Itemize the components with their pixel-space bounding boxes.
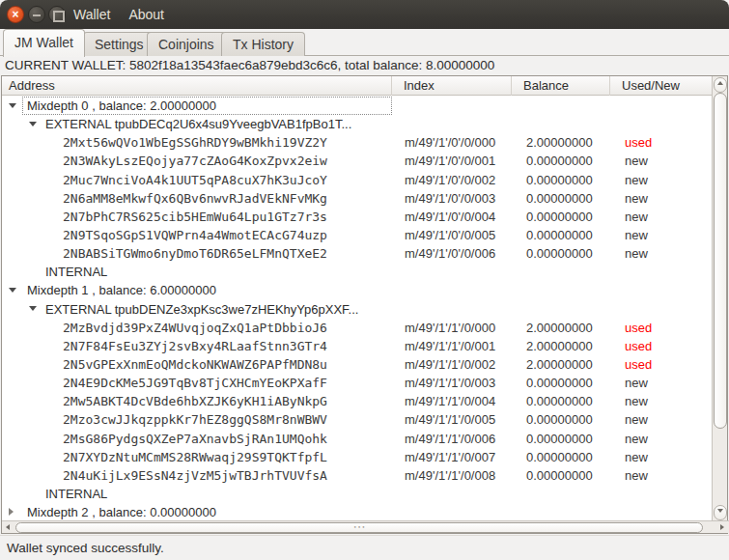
menu-wallet[interactable]: Wallet (73, 7, 110, 22)
balance-cell: 0.00000000 (513, 244, 611, 263)
address-cell: 2Mw5ABKT4DcVBde6hbXZJK6yKH1iAByNkpG (2, 392, 393, 410)
collapse-arrow-icon[interactable] (9, 103, 16, 108)
address-cell: EXTERNAL tpubDECq2U6x4su9YveegbVAB1fpBo1… (2, 115, 393, 133)
row-label: 2N5vGPExXnmEoQMdckoNKWAWZ6PAPfMDN8u (2, 357, 327, 372)
status-cell: used (611, 133, 713, 152)
column-header-balance[interactable]: Balance (512, 76, 610, 96)
balance-cell: 0.00000000 (513, 466, 611, 485)
row-label: 2N9TSqoSGpS1VQWPrn4a4WmotECAcG74uzp (2, 228, 327, 242)
tree-row-branch[interactable]: INTERNAL (2, 485, 713, 503)
scroll-down-icon[interactable] (714, 505, 727, 520)
status-cell: new (611, 430, 713, 448)
titlebar: × Wallet About (0, 0, 729, 29)
scroll-right-icon[interactable] (716, 522, 728, 533)
balance-cell (513, 115, 611, 133)
tree-row-mixdepth[interactable]: Mixdepth 0 , balance: 2.00000000 (2, 97, 713, 115)
address-cell: 2Muc7WnciVoA4k1UUT5qPA8cuX7hK3uJcoY (2, 171, 393, 189)
index-cell: m/49'/1'/0'/0/003 (393, 189, 513, 208)
collapse-arrow-icon[interactable] (9, 288, 16, 293)
status-cell: new (611, 208, 713, 226)
index-cell: m/49'/1'/1'/0/003 (393, 374, 513, 392)
row-label: Mixdepth 2 , balance: 0.00000000 (2, 505, 216, 519)
status-cell: used (611, 355, 713, 374)
balance-cell: 2.00000000 (513, 133, 611, 152)
tab-tx-history[interactable]: Tx History (221, 32, 305, 56)
tree-row-address[interactable]: 2Mxt56wQVo1WbEgSSGhRDY9wBMkhi19VZ2Ym/49'… (2, 133, 713, 152)
balance-cell: 0.00000000 (513, 430, 611, 448)
menubar: Wallet About (73, 0, 164, 29)
tree-row-address[interactable]: 2N7F84FsEu3ZYj2svBxy4RLaafStnn3GTr4m/49'… (2, 337, 713, 355)
row-label: 2N3WAkyLszEQojya77cZAoG4KoxZpvx2eiw (2, 154, 327, 168)
address-cell: 2MsG86PydgsQXZeP7aXnavbSjRAn1UMQohk (2, 430, 393, 448)
tree-row-address[interactable]: 2N5vGPExXnmEoQMdckoNKWAWZ6PAPfMDN8um/49'… (2, 355, 713, 374)
index-cell: m/49'/1'/1'/0/000 (393, 319, 513, 337)
vertical-scrollbar-thumb[interactable] (714, 93, 727, 429)
status-cell: new (611, 374, 713, 392)
address-cell: 2N7bPhC7RS625cib5HEmWu64Lpu1GTz7r3s (2, 208, 393, 226)
horizontal-scrollbar-thumb[interactable]: ⋯ (15, 522, 703, 533)
tree-row-address[interactable]: 2N4uKijLx9ESsN4zjVzM5jwTBJrhTVUVfsAm/49'… (2, 466, 713, 485)
status-bar: Wallet synced successfully. (0, 535, 729, 560)
balance-cell (513, 281, 611, 299)
tab-settings[interactable]: Settings (83, 32, 155, 56)
tree-row-address[interactable]: 2MsG86PydgsQXZeP7aXnavbSjRAn1UMQohkm/49'… (2, 430, 713, 448)
status-cell: new (611, 448, 713, 466)
horizontal-scrollbar[interactable]: ⋯ (2, 520, 729, 533)
tree-row-address[interactable]: 2MzBvdjd39PxZ4WUvqjoqZxQ1aPtDbbioJ6m/49'… (2, 319, 713, 337)
balance-cell: 0.00000000 (513, 208, 611, 226)
tree-row-address[interactable]: 2Mw5ABKT4DcVBde6hbXZJK6yKH1iAByNkpGm/49'… (2, 392, 713, 410)
tab-jm-wallet[interactable]: JM Wallet (3, 29, 85, 57)
address-cell: Mixdepth 1 , balance: 6.00000000 (2, 281, 393, 299)
menu-about[interactable]: About (128, 7, 164, 22)
index-cell: m/49'/1'/0'/0/002 (393, 171, 513, 189)
close-icon[interactable]: × (7, 6, 24, 23)
address-cell: 2N4E9DcKMe5JG9TqBv8TjCXHCmYEoKPXafF (2, 374, 393, 392)
status-cell: new (611, 392, 713, 410)
row-label: 2NBABSiTGWmo6nyDmoT6DR65eLFMnQTXeE2 (2, 246, 327, 261)
expand-arrow-icon[interactable] (9, 508, 14, 516)
row-label: 2N4E9DcKMe5JG9TqBv8TjCXHCmYEoKPXafF (2, 376, 327, 390)
tree-row-address[interactable]: 2N6aMM8eMkwfQx6QBv6nwvRJadVEkNFvMKgm/49'… (2, 189, 713, 208)
address-cell: 2N7F84FsEu3ZYj2svBxy4RLaafStnn3GTr4 (2, 337, 393, 355)
index-cell: m/49'/1'/0'/0/000 (393, 133, 513, 152)
current-wallet-banner: CURRENT WALLET: 5802f18a13543faec6a879eb… (0, 56, 729, 75)
status-cell: new (611, 244, 713, 263)
row-label: 2N4uKijLx9ESsN4zjVzM5jwTBJrhTVUVfsA (2, 468, 327, 483)
collapse-arrow-icon[interactable] (29, 306, 37, 311)
balance-cell: 2.00000000 (513, 319, 611, 337)
tree-row-address[interactable]: 2N7bPhC7RS625cib5HEmWu64Lpu1GTz7r3sm/49'… (2, 208, 713, 226)
row-label: 2N6aMM8eMkwfQx6QBv6nwvRJadVEkNFvMKg (2, 191, 327, 206)
vertical-scrollbar[interactable] (712, 76, 727, 521)
tree-row-address[interactable]: 2N3WAkyLszEQojya77cZAoG4KoxZpvx2eiwm/49'… (2, 152, 713, 170)
maximize-icon[interactable] (48, 6, 66, 23)
tree-row-address[interactable]: 2N9TSqoSGpS1VQWPrn4a4WmotECAcG74uzpm/49'… (2, 226, 713, 244)
address-cell: INTERNAL (2, 485, 393, 503)
status-cell (611, 263, 713, 281)
tree-row-branch[interactable]: INTERNAL (2, 263, 713, 281)
column-header-index[interactable]: Index (392, 76, 512, 96)
tree-row-address[interactable]: 2N4E9DcKMe5JG9TqBv8TjCXHCmYEoKPXafFm/49'… (2, 374, 713, 392)
tree-row-mixdepth[interactable]: Mixdepth 1 , balance: 6.00000000 (2, 281, 713, 299)
tree-row-address[interactable]: 2Muc7WnciVoA4k1UUT5qPA8cuX7hK3uJcoYm/49'… (2, 171, 713, 189)
column-header-address[interactable]: Address (2, 76, 392, 96)
scroll-left-icon[interactable] (3, 522, 14, 533)
balance-cell (513, 97, 611, 115)
index-cell: m/49'/1'/0'/0/001 (393, 152, 513, 170)
row-label: EXTERNAL tpubDENZe3xpKsc3we7zHEKhyYp6pXX… (2, 302, 358, 317)
index-cell (393, 503, 513, 521)
minimize-icon[interactable] (28, 6, 45, 23)
tab-coinjoins[interactable]: Coinjoins (147, 32, 226, 56)
tree-row-address[interactable]: 2Mzo3cwJJkqzppkKr7hEZ8ggQS8Mr8nWBWVm/49'… (2, 410, 713, 429)
collapse-arrow-icon[interactable] (29, 122, 37, 126)
tree-row-branch[interactable]: EXTERNAL tpubDENZe3xpKsc3we7zHEKhyYp6pXX… (2, 300, 713, 319)
tree-row-branch[interactable]: EXTERNAL tpubDECq2U6x4su9YveegbVAB1fpBo1… (2, 115, 713, 133)
balance-cell: 2.00000000 (513, 337, 611, 355)
tree-row-address[interactable]: 2NBABSiTGWmo6nyDmoT6DR65eLFMnQTXeE2m/49'… (2, 244, 713, 263)
row-label: 2N7F84FsEu3ZYj2svBxy4RLaafStnn3GTr4 (2, 339, 327, 353)
column-header-usednew[interactable]: Used/New (610, 76, 713, 96)
address-cell: 2N6aMM8eMkwfQx6QBv6nwvRJadVEkNFvMKg (2, 189, 393, 208)
scroll-up-icon[interactable] (714, 77, 727, 93)
tree-row-address[interactable]: 2N7XYDzNtuMCmMS28RWwaqj29S9TQKTfpfLm/49'… (2, 448, 713, 466)
address-cell: 2NBABSiTGWmo6nyDmoT6DR65eLFMnQTXeE2 (2, 244, 393, 263)
balance-cell: 0.00000000 (513, 410, 611, 429)
